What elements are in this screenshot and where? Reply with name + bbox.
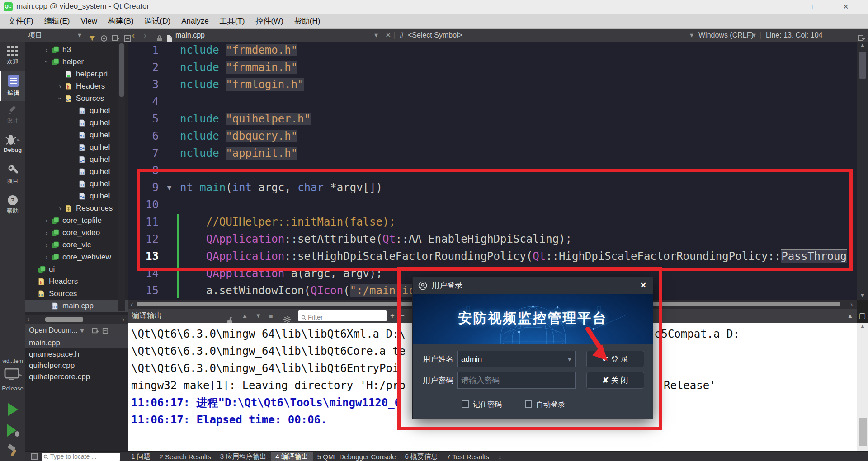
remember-password-checkbox[interactable] <box>462 400 469 408</box>
tree-row[interactable]: C+quihel <box>25 141 128 153</box>
collapse-panel-icon[interactable]: ▲ <box>847 309 853 323</box>
code-line[interactable] <box>180 162 857 179</box>
debug-run-button[interactable] <box>6 423 20 439</box>
tree-row[interactable]: ›core_vlc <box>25 239 128 251</box>
tree-chevron-icon[interactable]: › <box>42 216 52 224</box>
tree-row[interactable]: C+quihel <box>25 117 128 129</box>
tree-row[interactable]: hHeaders <box>25 275 128 287</box>
open-document-row[interactable]: quihelper.cpp <box>25 360 128 371</box>
split-docs-icon[interactable] <box>92 326 99 334</box>
menu-item[interactable]: View <box>75 14 103 28</box>
run-button[interactable] <box>6 402 19 419</box>
nav-forward-icon[interactable]: › <box>144 29 146 42</box>
tree-chevron-icon[interactable]: › <box>43 57 51 67</box>
code-line[interactable]: nclude "quihelper.h" <box>180 110 857 127</box>
nav-back-icon[interactable]: ‹ <box>132 29 135 42</box>
tab-close-icon[interactable]: ✕ <box>385 29 391 42</box>
tree-row[interactable]: ui <box>25 263 128 275</box>
scrollbar-thumb[interactable] <box>45 317 83 322</box>
open-documents-dropdown-icon[interactable]: ▾ <box>80 326 84 335</box>
scroll-down-icon[interactable]: ▼ <box>857 292 868 299</box>
project-tree-vertical-scrollbar[interactable] <box>118 42 125 311</box>
output-pane-tab[interactable]: 2 Search Results <box>155 452 216 461</box>
scrollbar-thumb[interactable] <box>859 52 866 79</box>
menu-item[interactable]: 编辑(E) <box>39 14 75 28</box>
combobox-dropdown-icon[interactable]: ▾ <box>567 351 571 367</box>
menu-item[interactable]: Analyze <box>176 14 214 28</box>
menu-item[interactable]: 调试(D) <box>139 14 176 28</box>
tree-row[interactable]: C+quihel <box>25 190 128 202</box>
output-pane-tab[interactable]: 7 Test Results <box>442 452 494 461</box>
mode-debug[interactable]: ▸ Debug <box>0 131 25 161</box>
tree-chevron-icon[interactable]: › <box>42 253 52 261</box>
mode-welcome[interactable]: 欢迎 <box>0 42 25 71</box>
output-filter-input[interactable]: Filter <box>298 310 387 321</box>
code-line[interactable]: nclude "frmdemo.h" <box>180 42 857 59</box>
username-combobox[interactable]: admin ▾ <box>457 351 576 367</box>
scroll-left-icon[interactable]: ‹ <box>27 315 29 324</box>
tree-row[interactable]: ›C+Sources <box>25 92 128 104</box>
editor-tab-label[interactable]: main.cpp <box>175 29 205 42</box>
popout-panel-icon[interactable]: ▢ <box>859 309 866 323</box>
code-line[interactable]: QApplication::setHighDpiScaleFactorRound… <box>180 248 857 265</box>
pane-dropdown-icon[interactable]: ▾ <box>78 29 81 42</box>
mode-projects[interactable]: 项目 <box>0 161 25 191</box>
code-line[interactable]: nclude "dbquery.h" <box>180 127 857 145</box>
open-documents-header[interactable]: Open Docum... ▾ <box>25 324 128 338</box>
next-item-icon[interactable]: ▼ <box>255 309 261 323</box>
scroll-up-icon[interactable]: ▲ <box>860 323 866 329</box>
menu-item[interactable]: 文件(F) <box>3 14 39 28</box>
menu-item[interactable]: 控件(W) <box>250 14 288 28</box>
dialog-close-icon[interactable]: ✕ <box>640 281 646 290</box>
encoding-dropdown-icon[interactable]: ▾ <box>752 29 756 42</box>
code-line[interactable]: nclude "frmmain.h" <box>180 59 857 76</box>
code-line[interactable] <box>180 196 857 213</box>
code-line[interactable]: nt main(int argc, char *argv[]) <box>180 179 857 196</box>
tree-row[interactable]: ›core_video <box>25 226 128 239</box>
tree-chevron-icon[interactable]: › <box>42 241 52 249</box>
line-ending-selector[interactable]: Windows (CRLF) <box>698 29 754 42</box>
minimize-button[interactable]: ─ <box>774 1 795 13</box>
output-pane-tab[interactable]: 3 应用程序输出 <box>216 452 271 461</box>
tree-chevron-icon[interactable]: › <box>55 82 65 90</box>
code-line[interactable]: //QUIHelper::initMain(false); <box>180 213 857 230</box>
locator-input[interactable]: Type to locate ... <box>42 453 120 461</box>
project-tree-horizontal-scrollbar[interactable]: ‹ › <box>25 315 128 324</box>
tree-row[interactable]: ›helper <box>25 56 128 68</box>
mode-design[interactable]: 设计 <box>0 101 25 131</box>
code-line[interactable] <box>180 93 857 110</box>
code-line[interactable]: nclude "frmlogin.h" <box>180 76 857 93</box>
output-pane-tab[interactable]: 5 QML Debugger Console <box>313 452 401 461</box>
scroll-right-icon[interactable]: › <box>850 300 853 309</box>
build-button[interactable] <box>6 444 20 459</box>
scrollbar-thumb[interactable] <box>859 418 867 446</box>
tree-row[interactable]: ›core_tcpfile <box>25 214 128 226</box>
tree-row[interactable]: C+quihel <box>25 165 128 178</box>
tree-row[interactable]: ›hHeaders <box>25 80 128 92</box>
mode-edit[interactable]: 编辑 <box>0 71 25 101</box>
zoom-in-icon[interactable]: + <box>390 309 395 323</box>
kit-selector[interactable]: ▸ <box>4 368 22 381</box>
scrollbar-thumb[interactable] <box>119 43 124 97</box>
scroll-up-icon[interactable]: ▲ <box>860 42 866 48</box>
code-line[interactable]: QApplication::setAttribute(Qt::AA_Enable… <box>180 230 857 248</box>
open-document-row[interactable]: qnamespace.h <box>25 348 128 360</box>
fold-marker-icon[interactable]: ▾ <box>159 179 180 196</box>
tree-row[interactable]: C+Sources <box>25 287 128 300</box>
menu-item[interactable]: 构建(B) <box>103 14 139 28</box>
tree-row[interactable]: helper.pri <box>25 68 128 80</box>
output-pane-tab[interactable]: 6 概要信息 <box>401 452 443 461</box>
panes-updown-icon[interactable]: ↕ <box>498 453 502 461</box>
open-document-row[interactable]: quihelpercore.cpp <box>25 371 128 382</box>
dialog-close-button[interactable]: ✘ 关 闭 <box>586 372 644 389</box>
login-button[interactable]: ✔ 登 录 <box>586 351 644 367</box>
maximize-button[interactable]: □ <box>804 1 825 13</box>
tree-chevron-icon[interactable]: › <box>42 229 52 236</box>
tree-row[interactable]: C+quihel <box>25 104 128 117</box>
scroll-left-icon[interactable]: ‹ <box>131 300 133 309</box>
password-input[interactable] <box>457 372 576 389</box>
tree-row[interactable]: ›h3 <box>25 43 128 56</box>
mode-help[interactable]: ? 帮助 <box>0 191 25 221</box>
close-button[interactable]: ✕ <box>835 1 856 13</box>
menu-item[interactable]: 帮助(H) <box>289 14 326 28</box>
